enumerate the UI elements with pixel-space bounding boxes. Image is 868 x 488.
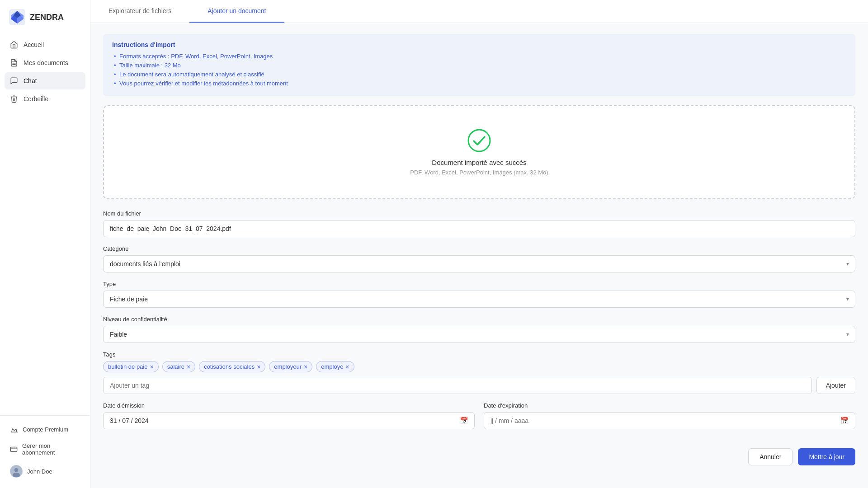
tag-remove-employeur[interactable]: ×: [304, 364, 307, 370]
dropzone-sub-text: PDF, Word, Excel, PowerPoint, Images (ma…: [410, 169, 548, 176]
trash-icon: [10, 95, 18, 103]
category-select[interactable]: documents liés à l'emploi Documents pers…: [103, 255, 855, 272]
page-content: Instructions d'import Formats acceptés :…: [90, 23, 868, 488]
sidebar: ZENDRA Accueil Mes documents Chat Corbei…: [0, 0, 90, 488]
tabs-bar: Explorateur de fichiers Ajouter un docum…: [90, 0, 868, 23]
tags-group: Tags bulletin de paie × salaire × cotisa…: [103, 351, 855, 394]
filename-group: Nom du fichier: [103, 210, 855, 237]
type-group: Type Fiche de paie Contrat Attestation A…: [103, 281, 855, 308]
tag-input[interactable]: [103, 377, 812, 394]
logo-text: ZENDRA: [30, 13, 64, 22]
tag-remove-cotisations[interactable]: ×: [257, 364, 260, 370]
annuler-button[interactable]: Annuler: [748, 448, 793, 465]
instructions-title: Instructions d'import: [112, 41, 846, 48]
home-icon: [10, 41, 18, 49]
expiration-group: Date d'expiration 📅: [484, 402, 855, 429]
emission-label: Date d'émission: [103, 402, 475, 409]
compte-premium-label: Compte Premium: [23, 426, 68, 433]
sidebar-item-corbeille[interactable]: Corbeille: [5, 90, 85, 108]
sidebar-bottom: Compte Premium Gérer mon abonnement John…: [0, 415, 90, 488]
footer-buttons: Annuler Mettre à jour: [103, 448, 855, 474]
compte-premium-item[interactable]: Compte Premium: [5, 421, 85, 437]
tag-add-button[interactable]: Ajouter: [816, 377, 855, 394]
tags-container: bulletin de paie × salaire × cotisations…: [103, 361, 855, 372]
category-label: Catégorie: [103, 245, 855, 252]
gerer-abonnement-label: Gérer mon abonnement: [22, 442, 80, 456]
expiration-label: Date d'expiration: [484, 402, 855, 409]
instruction-item-1: Taille maximale : 32 Mo: [112, 62, 846, 69]
instruction-item-0: Formats acceptés : PDF, Word, Excel, Pow…: [112, 53, 846, 60]
sidebar-item-label: Accueil: [24, 41, 44, 48]
date-row: Date d'émission 📅 Date d'expiration 📅: [103, 402, 855, 437]
category-group: Catégorie documents liés à l'emploi Docu…: [103, 245, 855, 272]
tag-employe: employé ×: [316, 361, 354, 372]
emission-group: Date d'émission 📅: [103, 402, 475, 429]
svg-rect-7: [10, 447, 17, 451]
tag-salaire: salaire ×: [162, 361, 195, 372]
svg-point-12: [468, 130, 490, 151]
instructions-list: Formats acceptés : PDF, Word, Excel, Pow…: [112, 53, 846, 87]
tab-explorateur[interactable]: Explorateur de fichiers: [90, 0, 189, 23]
tab-ajouter[interactable]: Ajouter un document: [189, 0, 284, 23]
sidebar-item-chat[interactable]: Chat: [5, 72, 85, 89]
card-icon: [10, 445, 18, 453]
confidentiality-group: Niveau de confidentialité Faible Moyen É…: [103, 316, 855, 343]
tag-remove-bulletin[interactable]: ×: [150, 364, 153, 370]
sidebar-item-label: Corbeille: [24, 95, 48, 103]
gerer-abonnement-item[interactable]: Gérer mon abonnement: [5, 438, 85, 460]
type-select[interactable]: Fiche de paie Contrat Attestation Autres: [103, 291, 855, 308]
type-label: Type: [103, 281, 855, 287]
filename-input[interactable]: [103, 220, 855, 237]
sidebar-item-label: Chat: [24, 77, 37, 84]
instruction-item-2: Le document sera automatiquement analysé…: [112, 71, 846, 78]
user-profile-item[interactable]: John Doe: [5, 461, 85, 482]
mettre-a-jour-button[interactable]: Mettre à jour: [798, 448, 855, 465]
confidentiality-select[interactable]: Faible Moyen Élevé: [103, 326, 855, 343]
logo-icon: [9, 9, 25, 25]
avatar: [10, 465, 23, 478]
confidentiality-label: Niveau de confidentialité: [103, 316, 855, 323]
tags-label: Tags: [103, 351, 855, 358]
sidebar-item-mes-documents[interactable]: Mes documents: [5, 54, 85, 71]
instruction-item-3: Vous pourrez vérifier et modifier les mé…: [112, 80, 846, 87]
svg-point-10: [14, 468, 19, 472]
document-icon: [10, 59, 18, 67]
drop-zone[interactable]: Document importé avec succès PDF, Word, …: [103, 105, 855, 199]
tag-bulletin: bulletin de paie ×: [103, 361, 159, 372]
expiration-input[interactable]: [484, 412, 855, 429]
logo: ZENDRA: [0, 0, 90, 36]
emission-input[interactable]: [103, 412, 475, 429]
chat-icon: [10, 77, 18, 85]
user-name: John Doe: [27, 468, 52, 475]
check-success-icon: [467, 129, 491, 152]
tag-input-row: Ajouter: [103, 377, 855, 394]
tag-cotisations: cotisations sociales ×: [199, 361, 265, 372]
instructions-box: Instructions d'import Formats acceptés :…: [103, 34, 855, 96]
crown-icon: [10, 425, 18, 433]
filename-label: Nom du fichier: [103, 210, 855, 217]
dropzone-success-text: Document importé avec succès: [432, 159, 526, 166]
main-content: Explorateur de fichiers Ajouter un docum…: [90, 0, 868, 488]
tag-remove-salaire[interactable]: ×: [187, 364, 190, 370]
sidebar-item-label: Mes documents: [24, 59, 68, 66]
sidebar-item-accueil[interactable]: Accueil: [5, 36, 85, 53]
nav-items: Accueil Mes documents Chat Corbeille: [0, 36, 90, 415]
tag-remove-employe[interactable]: ×: [345, 364, 349, 370]
tag-employeur: employeur ×: [269, 361, 312, 372]
